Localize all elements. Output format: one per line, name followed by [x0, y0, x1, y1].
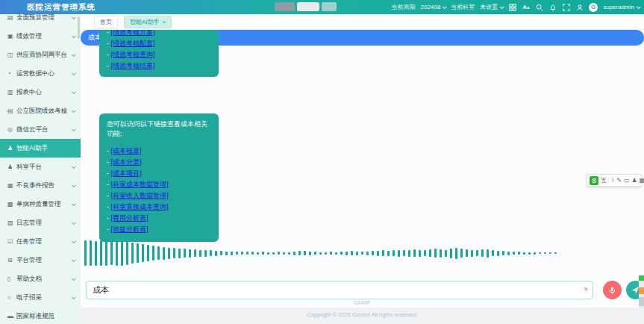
- sidebar-item-operations-data-center[interactable]: ◔ 运营数据中心: [0, 64, 81, 83]
- chevron-down-icon: [72, 295, 76, 299]
- chat-link[interactable]: [科室成本数据管理]: [111, 181, 169, 188]
- chevron-down-icon: [72, 15, 76, 19]
- ime-person-icon[interactable]: ♟: [631, 178, 637, 184]
- waveform-bar: [429, 249, 431, 257]
- dept-select[interactable]: 未设置: [480, 3, 503, 11]
- bell-icon[interactable]: [548, 3, 557, 11]
- sidebar-item-report-center[interactable]: ▥ 报表中心: [0, 83, 81, 102]
- waveform-bar: [319, 252, 322, 255]
- waveform-bar: [366, 252, 369, 255]
- waveform-bar: [204, 250, 207, 257]
- waveform-bar: [121, 241, 123, 266]
- ime-keyboard-icon[interactable]: ▭: [624, 178, 630, 184]
- chat-link[interactable]: [绩效考核结果]: [111, 62, 155, 69]
- chat-link[interactable]: [成本核算]: [111, 147, 142, 155]
- sidebar-item-supplier-platform[interactable]: ◫ 供应商协同网平台: [0, 46, 81, 64]
- module-icon: ▯: [7, 275, 16, 282]
- chat-link-row: - [成本项目]: [107, 168, 211, 179]
- waveform-bar: [335, 252, 337, 255]
- chevron-down-icon: [72, 276, 76, 281]
- layout-grid-icon[interactable]: [508, 3, 516, 11]
- waveform-bar: [398, 250, 400, 257]
- sidebar-item-log-management[interactable]: ▧ 日志管理: [0, 214, 81, 232]
- waveform-bar: [403, 250, 405, 256]
- waveform-bar: [131, 243, 134, 264]
- sidebar-item-ai-assistant[interactable]: ♟ 智能AI助手: [0, 139, 81, 158]
- chat-link[interactable]: [绩效考核配置]: [111, 40, 155, 47]
- top-navbar: 医院运营管理系统 当前周期 202408 当前科室 未设置 Aa: [0, 0, 644, 14]
- chevron-down-icon: [72, 71, 76, 75]
- assistant-intro-text: 您可以访问以下链接查看成本相关功能:: [107, 119, 211, 139]
- waveform-bar: [215, 251, 217, 256]
- close-tab-icon[interactable]: ×: [163, 19, 166, 25]
- waveform-bar: [288, 252, 290, 255]
- sidebar-item-performance[interactable]: ▣ 绩效管理: [0, 27, 81, 46]
- sidebar-item-e-procurement[interactable]: ⌂ 电子招采: [0, 288, 81, 307]
- waveform-bar: [293, 252, 296, 255]
- main-area: 首页 智能AI助手 × - [绩效考核方案] - [绩效考核配置] - [绩效考…: [81, 14, 644, 324]
- ime-wubi-icon[interactable]: 五: [601, 178, 607, 184]
- user-switch-icon[interactable]: [575, 3, 584, 11]
- sidebar-item-wechat-cloud[interactable]: ◎ 微信云平台: [0, 120, 81, 139]
- module-icon: ⊞: [7, 257, 16, 264]
- ime-pen-icon[interactable]: ✎: [616, 178, 622, 184]
- module-icon: ♟: [7, 163, 16, 170]
- sidebar-item-platform-management[interactable]: ⊞ 平台管理: [0, 251, 81, 270]
- chevron-down-icon: [500, 4, 504, 9]
- sidebar-item-adverse-event-report[interactable]: ▦ 不良事件报告: [0, 176, 81, 195]
- waveform-bar: [95, 241, 97, 266]
- chat-link-row: - [费用分析表]: [107, 213, 211, 224]
- chat-link[interactable]: [科室收入数据管理]: [111, 192, 169, 199]
- sidebar-item-task-management[interactable]: ☑ 任务管理: [0, 232, 81, 251]
- waveform-bar: [262, 252, 264, 255]
- sidebar-scrollbar-thumb[interactable]: [78, 16, 80, 39]
- module-icon: ☑: [7, 238, 16, 245]
- mic-button[interactable]: [603, 281, 622, 299]
- sidebar-item-help-docs[interactable]: ▯ 帮助文档: [0, 270, 81, 288]
- scrollbar-markers[interactable]: [639, 275, 644, 308]
- search-icon[interactable]: [535, 3, 543, 11]
- fullscreen-icon[interactable]: [562, 3, 570, 11]
- avatar[interactable]: G: [589, 3, 598, 12]
- chat-link[interactable]: [科室直接成本查询]: [111, 203, 169, 211]
- font-size-icon[interactable]: Aa: [522, 3, 530, 11]
- waveform-bar: [100, 240, 102, 266]
- chat-link[interactable]: [成本项目]: [111, 169, 142, 177]
- voice-waveform: [84, 239, 568, 267]
- sidebar-item-budget[interactable]: ▤ 全面预算管理: [0, 14, 81, 27]
- chat-link[interactable]: [绩效考核方案]: [111, 30, 155, 36]
- waveform-bar: [184, 249, 186, 258]
- chat-link[interactable]: [费用分析表]: [111, 214, 149, 222]
- chat-link[interactable]: [效益分析表]: [111, 225, 149, 233]
- period-select[interactable]: 202408: [420, 4, 446, 10]
- sidebar-item-national-standards[interactable]: ▬ 国家标准规范: [0, 307, 81, 324]
- ime-mode-moon-icon[interactable]: ☽: [609, 178, 614, 184]
- user-menu[interactable]: superadmin: [603, 4, 640, 10]
- chat-link[interactable]: [绩效考核查询]: [111, 51, 155, 58]
- chevron-down-icon: [72, 34, 76, 38]
- ime-toolbox-icon[interactable]: ▦: [640, 178, 644, 184]
- sidebar-item-public-hospital-assessment[interactable]: ▤ 公立医院绩效考核: [0, 102, 81, 120]
- chat-link[interactable]: [成本分类]: [111, 158, 142, 166]
- waveform-bar: [346, 252, 348, 255]
- tab-ai-assistant[interactable]: 智能AI助手 ×: [124, 16, 172, 28]
- sogou-logo-icon[interactable]: S: [590, 176, 598, 185]
- waveform-bar: [382, 250, 384, 256]
- clear-input-icon[interactable]: ×: [584, 285, 588, 294]
- waveform-bar: [377, 251, 379, 256]
- sidebar-item-department-platform[interactable]: ♟ 科室平台: [0, 158, 81, 176]
- module-icon: ▥: [7, 89, 16, 96]
- chat-link-row: - [科室收入数据管理]: [107, 190, 211, 202]
- chat-link-row: - [成本核算]: [107, 146, 211, 157]
- waveform-bar: [393, 250, 395, 256]
- waveform-bar: [518, 252, 520, 255]
- sidebar-item-single-disease-quality[interactable]: ▩ 单病种质量管理: [0, 195, 81, 214]
- scroll-marker-orange: [639, 287, 644, 294]
- scrollbar-thumb[interactable]: [639, 297, 644, 306]
- module-icon: ▦: [7, 182, 16, 189]
- chat-input[interactable]: [86, 281, 593, 299]
- chat-link-row: - [绩效考核配置]: [107, 38, 211, 49]
- waveform-bar: [450, 249, 452, 258]
- app-window: 医院运营管理系统 当前周期 202408 当前科室 未设置 Aa: [0, 0, 644, 324]
- tab-home[interactable]: 首页: [94, 16, 118, 28]
